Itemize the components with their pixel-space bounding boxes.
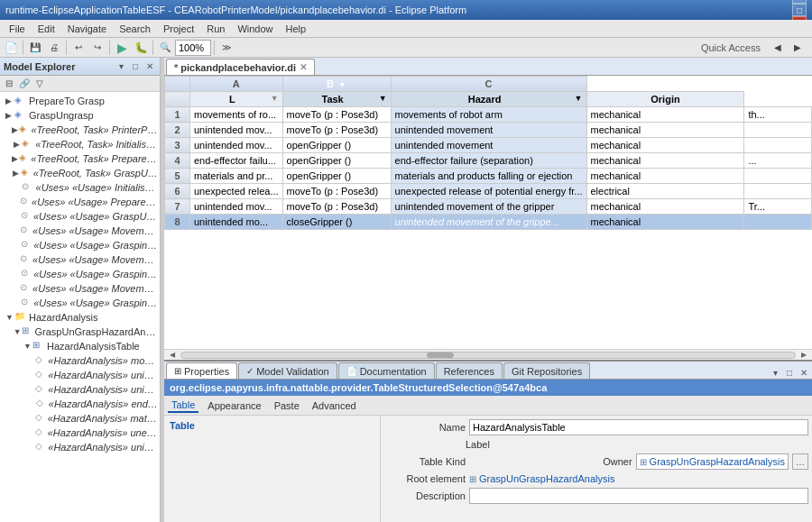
- tree-item-ha6[interactable]: ◇ «HazardAnalysis» unexpect...: [0, 426, 160, 440]
- cell-c8-selected[interactable]: unintended movement of the grippe...: [391, 215, 586, 230]
- cell-a3[interactable]: unintended mov...: [190, 138, 283, 153]
- tree-item-ha5[interactable]: ◇ «HazardAnalysis» materials...: [0, 411, 160, 426]
- cell-a8[interactable]: unintended mo...: [190, 215, 283, 230]
- tree-item-graspungrasp-ha[interactable]: ▼ ⊞ GraspUnGraspHazardAnalysis: [0, 325, 160, 339]
- menu-project[interactable]: Project: [158, 22, 199, 36]
- bottom-minimize[interactable]: ▾: [769, 366, 781, 379]
- col-b-header[interactable]: B ▼: [282, 77, 391, 92]
- cell-b8[interactable]: closeGripper (): [282, 215, 391, 230]
- table-row[interactable]: 2 unintended mov... moveTo (p : Pose3d) …: [165, 123, 812, 138]
- cell-d8[interactable]: mechanical: [586, 215, 744, 230]
- menu-window[interactable]: Window: [232, 22, 278, 36]
- cell-a6[interactable]: unexpected relea...: [190, 184, 283, 199]
- tree-item-graspungrasp[interactable]: ▶ ◈ GraspUngrasp: [0, 108, 160, 123]
- table-row[interactable]: 6 unexpected relea... moveTo (p : Pose3d…: [165, 184, 812, 199]
- tree-item-hazardanalysis[interactable]: ▼ 📁 HazardAnalysis: [0, 310, 160, 325]
- tb-prev[interactable]: ◀: [769, 39, 787, 57]
- bottom-maximize[interactable]: □: [783, 366, 796, 379]
- col-a-header[interactable]: A: [190, 77, 283, 92]
- prop-desc-input[interactable]: [469, 488, 808, 504]
- cell-c1[interactable]: movements of robot arm: [391, 107, 586, 123]
- tab-pickandplace[interactable]: * pickandplacebehavior.di ✕: [166, 59, 315, 75]
- tree-item-uses8[interactable]: ⊙ «Uses» «Usage» MovementSkills: [0, 281, 160, 296]
- cell-e3[interactable]: [744, 138, 812, 153]
- tree-item-uses4[interactable]: ⊙ «Uses» «Usage» MovementSkills: [0, 224, 160, 238]
- menu-search[interactable]: Search: [114, 22, 156, 36]
- cell-c5[interactable]: materials and products falling or ejecti…: [391, 169, 586, 184]
- maximize-button[interactable]: □: [792, 4, 807, 16]
- cell-b2[interactable]: moveTo (p : Pose3d): [282, 123, 391, 138]
- cell-b7[interactable]: moveTo (p : Pose3d): [282, 199, 391, 215]
- tb-next[interactable]: ▶: [789, 39, 807, 57]
- tree-item-uses5[interactable]: ⊙ «Uses» «Usage» GraspingSkills: [0, 238, 160, 252]
- tree-item-uses9[interactable]: ⊙ «Uses» «Usage» GraspingSkills: [0, 296, 160, 310]
- tb-print[interactable]: 🖨: [45, 39, 63, 57]
- tree-item-hazardtable[interactable]: ▼ ⊞ HazardAnalysisTable: [0, 339, 160, 353]
- horizontal-scrollbar[interactable]: ◀ ▶: [164, 349, 812, 360]
- cell-a4[interactable]: end-effector failu...: [190, 153, 283, 169]
- tree-item-ha7[interactable]: ◇ «HazardAnalysis» unintend...: [0, 440, 160, 454]
- prop-root-value[interactable]: GraspUnGraspHazardAnalysis: [479, 473, 808, 484]
- cell-a7[interactable]: unintended mov...: [190, 199, 283, 215]
- tree-item-preparetograsp[interactable]: ▶ ◈ PrepareTo Grasp: [0, 94, 160, 108]
- prop-name-input[interactable]: [469, 419, 808, 435]
- cell-e6[interactable]: [744, 184, 812, 199]
- cell-b6[interactable]: moveTo (p : Pose3d): [282, 184, 391, 199]
- table-row[interactable]: 3 unintended mov... openGripper () unint…: [165, 138, 812, 153]
- zoom-input[interactable]: [175, 40, 211, 56]
- table-row[interactable]: 5 materials and pr... openGripper () mat…: [165, 169, 812, 184]
- tb-zoom-in[interactable]: 🔍: [156, 39, 174, 57]
- tree-item-uses1[interactable]: ⊙ «Uses» «Usage» Initialisation: [0, 180, 160, 195]
- tb-undo[interactable]: ↩: [69, 39, 88, 57]
- tree-link-editor[interactable]: 🔗: [17, 77, 32, 91]
- cell-d3[interactable]: mechanical: [586, 138, 744, 153]
- tab-properties[interactable]: ⊞ Properties: [166, 362, 237, 379]
- scroll-thumb[interactable]: [427, 353, 454, 358]
- cell-b5[interactable]: openGripper (): [282, 169, 391, 184]
- cell-e1[interactable]: th...: [744, 107, 812, 123]
- cell-e4[interactable]: ...: [744, 153, 812, 169]
- panel-minimize[interactable]: ▾: [115, 60, 127, 73]
- cell-d2[interactable]: mechanical: [586, 123, 744, 138]
- tree-filter[interactable]: ▽: [32, 77, 47, 91]
- tree-item-ha3[interactable]: ◇ «HazardAnalysis» unintend...: [0, 382, 160, 397]
- cell-c2[interactable]: unintended movement: [391, 123, 586, 138]
- cell-c7[interactable]: unintended movement of the gripper: [391, 199, 586, 215]
- tb-more[interactable]: ≫: [217, 39, 235, 57]
- menu-file[interactable]: File: [4, 22, 31, 36]
- menu-help[interactable]: Help: [281, 22, 312, 36]
- col-a-filter[interactable]: ▼: [271, 94, 279, 103]
- cell-e7[interactable]: Tr...: [744, 199, 812, 215]
- table-row[interactable]: 7 unintended mov... moveTo (p : Pose3d) …: [165, 199, 812, 215]
- tree-item-ha2[interactable]: ◇ «HazardAnalysis» unintend...: [0, 368, 160, 382]
- scroll-left[interactable]: ◀: [168, 352, 177, 359]
- cell-e2[interactable]: [744, 123, 812, 138]
- cell-c3[interactable]: unintended movement: [391, 138, 586, 153]
- props-tab-table[interactable]: Table: [168, 398, 198, 413]
- tab-documentation[interactable]: 📄 Documentation: [338, 362, 435, 379]
- panel-close[interactable]: ✕: [143, 60, 156, 73]
- cell-a2[interactable]: unintended mov...: [190, 123, 283, 138]
- cell-d4[interactable]: mechanical: [586, 153, 744, 169]
- tb-new[interactable]: 📄: [2, 39, 20, 57]
- table-row-selected[interactable]: 8 unintended mo... closeGripper () unint…: [165, 215, 812, 230]
- tb-save[interactable]: 💾: [26, 39, 44, 57]
- tree-item-uses2[interactable]: ⊙ «Uses» «Usage» PrepareTo Grasp: [0, 195, 160, 209]
- bottom-close[interactable]: ✕: [798, 366, 810, 379]
- tree-item-uses3[interactable]: ⊙ «Uses» «Usage» GraspUngrasp: [0, 209, 160, 224]
- tree-item-gu[interactable]: ▶ ◈ «TreeRoot, Task» GraspUngrasp: [0, 166, 160, 180]
- tree-item-uses7[interactable]: ⊙ «Uses» «Usage» GraspingSkills: [0, 267, 160, 281]
- menu-edit[interactable]: Edit: [32, 22, 60, 36]
- cell-d7[interactable]: mechanical: [586, 199, 744, 215]
- tb-debug[interactable]: 🐛: [132, 39, 150, 57]
- tb-redo[interactable]: ↪: [88, 39, 106, 57]
- tab-close-icon[interactable]: ✕: [300, 62, 307, 72]
- cell-b3[interactable]: openGripper (): [282, 138, 391, 153]
- cell-c6[interactable]: unexpected release of potential energy f…: [391, 184, 586, 199]
- col-hazard-filter[interactable]: ▼: [575, 94, 583, 103]
- cell-e8[interactable]: [744, 215, 812, 230]
- prop-owner-browse[interactable]: …: [792, 453, 808, 470]
- prop-owner-value[interactable]: GraspUnGraspHazardAnalysis: [650, 456, 785, 467]
- tab-model-validation[interactable]: ✓ Model Validation: [238, 362, 337, 379]
- table-row[interactable]: 4 end-effector failu... openGripper () e…: [165, 153, 812, 169]
